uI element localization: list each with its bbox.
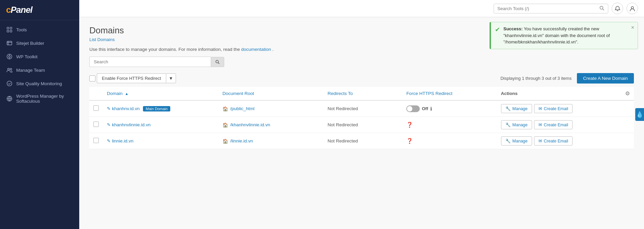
team-icon [6, 67, 13, 73]
https-dropdown-button[interactable]: ▼ [166, 73, 176, 83]
table-settings-gear-icon[interactable]: ⚙ [625, 91, 630, 96]
bulk-select-checkbox[interactable] [89, 75, 95, 81]
user-menu-button[interactable] [626, 3, 638, 14]
table-row: ✎ linnie.id.vn 🏠 /linnie.id.vn Not Redir… [89, 133, 634, 149]
wrench-icon-row2: 🔧 [505, 122, 511, 127]
sidebar-nav: Tools Sitejet Builder WP Toolkit Manage … [0, 20, 79, 110]
sidebar-item-site-quality[interactable]: Site Quality Monitoring [0, 77, 79, 90]
domain-link-row3[interactable]: linnie.id.vn [112, 138, 134, 143]
force-https-toggle-row1: Off ℹ [406, 105, 493, 112]
search-tools-input[interactable] [497, 6, 599, 11]
home-icon-row2: 🏠 [223, 122, 228, 128]
right-edge-widget[interactable]: 💧 [635, 108, 644, 121]
svg-rect-3 [10, 30, 12, 32]
create-domain-button[interactable]: Create A New Domain [577, 73, 634, 84]
toggle-knob-row1 [407, 106, 412, 111]
manage-button-row3[interactable]: 🔧 Manage [501, 136, 532, 145]
row-3-checkbox[interactable] [93, 138, 99, 143]
edit-icon-row1: ✎ [107, 106, 111, 111]
domain-sort-arrow: ▲ [125, 92, 128, 96]
sidebar-item-manage-team[interactable]: Manage Team [0, 63, 79, 77]
toolbar-right: Displaying 1 through 3 out of 3 items Cr… [500, 73, 634, 84]
wrench-icon-row1: 🔧 [505, 106, 511, 111]
notification-body: Success: You have successfully created t… [503, 26, 634, 45]
sidebar-item-wp-manager[interactable]: WordPress Manager by Softaculous [0, 90, 79, 107]
table-row: ✎ khanhnvlinnie.id.vn 🏠 /khanhnvlinnie.i… [89, 117, 634, 133]
create-email-button-row2[interactable]: ✉ Create Email [534, 120, 573, 129]
success-notification: ✔ Success: You have successfully created… [490, 22, 638, 49]
manage-button-row2[interactable]: 🔧 Manage [501, 120, 532, 129]
wp-icon [6, 53, 13, 60]
action-btns-row1: 🔧 Manage ✉ Create Email [501, 104, 617, 113]
svg-point-11 [8, 68, 9, 70]
toggle-switch-row1[interactable] [406, 105, 420, 112]
notification-close-button[interactable]: × [631, 25, 634, 30]
col-document-root[interactable]: Document Root [218, 87, 324, 100]
home-icon-row3: 🏠 [223, 138, 228, 144]
svg-rect-2 [7, 30, 9, 32]
search-input[interactable] [89, 57, 211, 67]
sidebar-item-wp-toolkit[interactable]: WP Toolkit [0, 50, 79, 63]
success-icon: ✔ [495, 26, 500, 33]
main-content: ✔ Success: You have successfully created… [79, 0, 644, 229]
doc-root-link-row1[interactable]: 🏠 /public_html [223, 106, 320, 111]
svg-point-18 [631, 6, 634, 9]
redirects-to-row3: Not Redirected [323, 133, 402, 149]
col-redirects-to[interactable]: Redirects To [323, 87, 402, 100]
edge-drop-icon: 💧 [636, 111, 643, 118]
header [79, 0, 644, 17]
force-https-help-row3[interactable]: ❓ [406, 138, 413, 144]
edit-icon-row2: ✎ [107, 122, 111, 127]
domain-search-bar [89, 57, 634, 67]
wp-manager-icon [6, 95, 13, 102]
notifications-button[interactable] [612, 3, 623, 14]
domain-link-row1[interactable]: khanhnv.id.vn [112, 106, 140, 111]
search-button[interactable] [211, 57, 224, 67]
table-row: ✎ khanhnv.id.vn Main Domain 🏠 /public_ht… [89, 100, 634, 117]
doc-root-link-row3[interactable]: 🏠 /linnie.id.vn [223, 138, 320, 144]
sidebar-item-sitejet-label: Sitejet Builder [16, 41, 44, 46]
toggle-help-row1[interactable]: ℹ [430, 106, 432, 111]
documentation-link[interactable]: documentation [241, 47, 271, 52]
col-force-https[interactable]: Force HTTPS Redirect [402, 87, 497, 100]
edit-icon-row3: ✎ [107, 138, 111, 143]
toolbar-row: Enable Force HTTPS Redirect ▼ Displaying… [89, 73, 634, 84]
sidebar-item-manage-team-label: Manage Team [16, 68, 45, 73]
svg-point-19 [216, 60, 218, 63]
redirects-to-row2: Not Redirected [323, 117, 402, 133]
doc-root-link-row2[interactable]: 🏠 /khanhnvlinnie.id.vn [223, 122, 320, 128]
tools-icon [6, 26, 13, 33]
notification-title: Success: [503, 26, 523, 31]
svg-point-12 [10, 68, 12, 70]
sidebar-item-site-quality-label: Site Quality Monitoring [16, 81, 62, 86]
page-content: ✔ Success: You have successfully created… [79, 17, 644, 229]
toggle-label-row1: Off [422, 106, 428, 111]
svg-point-13 [7, 81, 12, 86]
sidebar-item-wp-toolkit-label: WP Toolkit [16, 54, 37, 59]
home-icon-row1: 🏠 [223, 106, 228, 111]
svg-rect-1 [10, 27, 12, 29]
create-email-button-row1[interactable]: ✉ Create Email [534, 104, 573, 113]
domain-link-row2[interactable]: khanhnvlinnie.id.vn [112, 122, 151, 127]
sidebar-item-sitejet[interactable]: Sitejet Builder [0, 36, 79, 50]
main-domain-badge-row1: Main Domain [143, 106, 170, 111]
search-tools-icon[interactable] [599, 5, 605, 12]
svg-line-17 [603, 9, 604, 10]
enable-https-button[interactable]: Enable Force HTTPS Redirect [97, 73, 166, 83]
sitejet-icon [6, 40, 13, 46]
col-domain[interactable]: Domain ▲ [103, 87, 218, 100]
action-btns-row2: 🔧 Manage ✉ Create Email [501, 120, 617, 129]
create-email-button-row3[interactable]: ✉ Create Email [534, 136, 573, 145]
quality-icon [6, 80, 13, 87]
svg-point-16 [600, 6, 603, 9]
col-settings[interactable]: ⚙ [621, 87, 634, 100]
svg-line-20 [218, 63, 219, 64]
sidebar: cPanel Tools Sitejet Builder WP Toolkit [0, 0, 79, 229]
force-https-help-row2[interactable]: ❓ [406, 122, 413, 128]
manage-button-row1[interactable]: 🔧 Manage [501, 104, 532, 113]
sidebar-item-tools[interactable]: Tools [0, 23, 79, 36]
sidebar-item-wp-manager-label: WordPress Manager by Softaculous [16, 94, 73, 104]
row-2-checkbox[interactable] [93, 122, 99, 127]
row-1-checkbox[interactable] [93, 105, 99, 111]
toolbar-left: Enable Force HTTPS Redirect ▼ [89, 73, 176, 83]
